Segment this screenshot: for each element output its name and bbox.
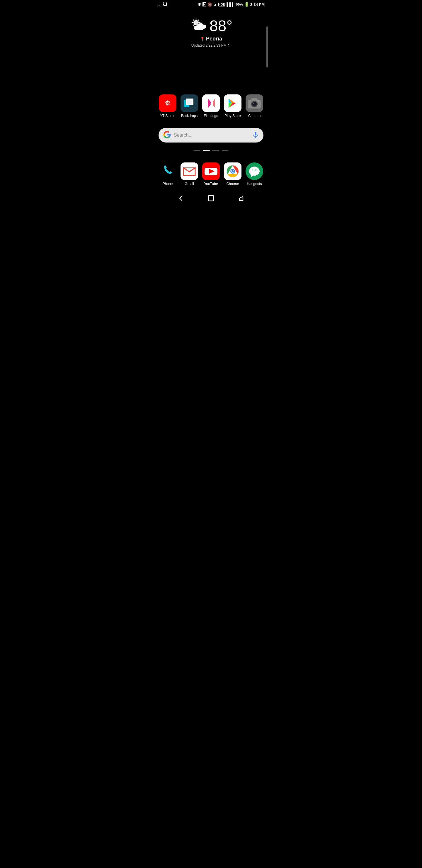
app-label-camera: Camera [248,114,261,118]
image-icon: 🖼 [163,2,167,7]
svg-point-43 [253,103,254,104]
status-left-icons: 🗨 🖼 [157,2,167,7]
dock-label-gmail: Gmail [185,182,194,186]
dock-youtube[interactable]: YouTube [201,162,221,186]
svg-point-55 [232,170,234,173]
app-label-play-store: Play Store [225,114,240,118]
svg-text:": " [255,168,257,173]
battery-icon: 🔋 [244,2,249,7]
weather-widget[interactable]: 88° 📍 Peoria Updated 3/22 2:33 PM ↻ [154,17,268,48]
app-play-store[interactable]: Play Store [223,94,242,118]
degree-symbol: ° [227,17,233,34]
recents-button[interactable] [237,194,245,204]
mic-icon[interactable] [252,131,259,139]
battery-percent: 66% [236,2,243,6]
signal-bars: ▌▌▌ [227,2,235,7]
dock-phone[interactable]: Phone [158,162,177,186]
page-dot-1 [193,150,200,151]
svg-rect-59 [208,195,214,201]
scroll-handle [266,26,268,67]
svg-rect-39 [252,98,257,101]
dock-label-youtube: YouTube [204,182,218,186]
dock-hangouts[interactable]: " " Hangouts [245,162,264,186]
nfc-icon: N [202,2,206,6]
app-label-backdrops: Backdrops [181,114,198,118]
app-label-yt-studio: YT Studio [160,114,175,118]
dock: Phone Gmail [154,158,268,188]
dock-label-phone: Phone [163,182,173,186]
search-placeholder: Search... [174,132,249,138]
weather-updated: Updated 3/22 2:33 PM ↻ [154,43,268,48]
weather-location: 📍 Peoria [154,36,268,42]
search-bar[interactable]: Search... [159,128,263,143]
page-dot-3 [212,150,219,151]
dock-label-hangouts: Hangouts [247,182,262,186]
page-indicators [154,150,268,151]
app-row: YT Studio Backdrops Flami [154,94,268,118]
status-bar: 🗨 🖼 ✱ N 🔇 ▲ 4GE ▌▌▌ 66% 🔋 2:34 PM [154,0,268,8]
svg-text:": " [252,168,254,173]
mute-icon: 🔇 [207,2,212,7]
svg-rect-16 [169,102,170,103]
app-label-flamingo: Flamingo [204,114,218,118]
svg-point-12 [201,25,206,29]
svg-rect-14 [167,100,168,101]
svg-line-8 [193,25,194,26]
svg-rect-44 [257,100,259,101]
page-dot-2-active [203,150,210,151]
page-dot-4 [222,150,229,151]
dock-label-chrome: Chrome [227,182,239,186]
svg-rect-20 [165,102,166,103]
clock: 2:34 PM [250,2,265,7]
weather-temperature: 88° [209,17,233,35]
app-flamingo[interactable]: Flamingo [201,94,221,118]
svg-line-7 [198,20,199,21]
back-button[interactable] [177,194,185,204]
weather-icon [190,17,207,35]
app-backdrops[interactable]: Backdrops [180,94,199,118]
lte-icon: 4GE [218,3,225,6]
nav-bar [154,191,268,208]
dock-gmail[interactable]: Gmail [180,162,199,186]
bluetooth-icon: ✱ [198,2,201,7]
notification-icon: 🗨 [157,2,161,7]
home-button[interactable] [207,194,215,204]
app-camera[interactable]: Camera [245,94,264,118]
google-logo [163,131,171,140]
wifi-icon: ▲ [213,2,217,7]
svg-line-5 [193,20,194,21]
search-bar-container: Search... [154,123,268,146]
dock-chrome[interactable]: Chrome [223,162,242,186]
svg-rect-26 [187,100,192,104]
app-yt-studio[interactable]: YT Studio [158,94,177,118]
svg-rect-18 [167,104,168,105]
status-right-icons: ✱ N 🔇 ▲ 4GE ▌▌▌ 66% 🔋 2:34 PM [198,2,265,7]
